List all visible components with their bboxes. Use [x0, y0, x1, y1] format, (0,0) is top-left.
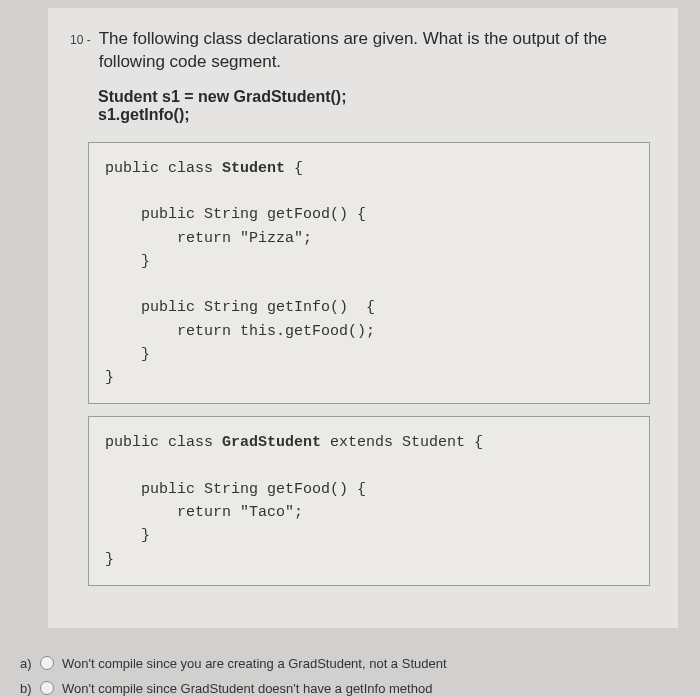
- question-setup: Student s1 = new GradStudent(); s1.getIn…: [98, 88, 656, 124]
- code-block-student: public class Student { public String get…: [88, 142, 650, 405]
- answer-text: Won't compile since GradStudent doesn't …: [62, 681, 432, 696]
- question-header: 10 - The following class declarations ar…: [70, 28, 656, 74]
- radio-icon[interactable]: [40, 681, 54, 695]
- answer-letter: b): [20, 681, 38, 696]
- setup-line-2: s1.getInfo();: [98, 106, 190, 123]
- answer-option[interactable]: a)Won't compile since you are creating a…: [20, 656, 700, 671]
- answer-text: Won't compile since you are creating a G…: [62, 656, 447, 671]
- question-prompt: The following class declarations are giv…: [99, 28, 656, 74]
- answer-option[interactable]: b)Won't compile since GradStudent doesn'…: [20, 681, 700, 696]
- code-block-gradstudent: public class GradStudent extends Student…: [88, 416, 650, 586]
- question-number: 10 -: [70, 28, 91, 47]
- setup-line-1: Student s1 = new GradStudent();: [98, 88, 346, 105]
- question-card: 10 - The following class declarations ar…: [48, 8, 678, 628]
- radio-icon[interactable]: [40, 656, 54, 670]
- answer-list: a)Won't compile since you are creating a…: [20, 656, 700, 697]
- answer-letter: a): [20, 656, 38, 671]
